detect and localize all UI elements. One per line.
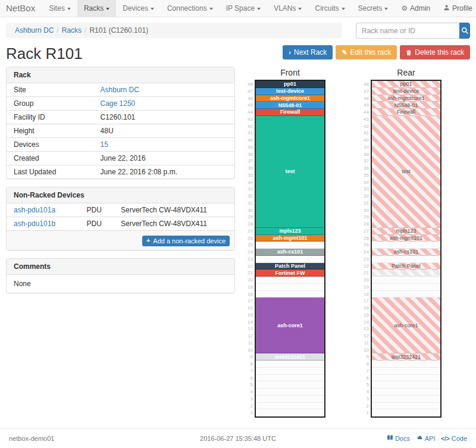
footer-link-docs[interactable]: Docs [387, 434, 410, 442]
nav-item-ip-space[interactable]: IP Space [220, 0, 267, 17]
device-block[interactable]: mpls123 [372, 228, 440, 235]
breadcrumb-separator: / [84, 26, 86, 35]
delete-rack-button[interactable]: Delete this rack [400, 45, 470, 59]
empty-unit [256, 277, 324, 284]
search-input[interactable] [356, 23, 459, 39]
left-column: Rack SiteAshburn DCGroupCage 1250Facilit… [6, 67, 235, 301]
nav-item-devices[interactable]: Devices [116, 0, 161, 17]
unit-number: 32 [245, 193, 255, 200]
empty-unit [256, 403, 324, 410]
attr-label: Created [7, 152, 93, 165]
device-block[interactable]: Patch Panel [256, 263, 324, 270]
unit-number: 17 [361, 297, 371, 305]
plus-icon: + [146, 237, 150, 244]
unit-number: 28 [361, 221, 371, 228]
breadcrumb-item[interactable]: Ashburn DC [15, 26, 54, 35]
nav-right: ⚙AdminProfileLog out [394, 0, 476, 17]
device-link[interactable]: ash-pdu101b [14, 220, 55, 228]
delete-rack-label: Delete this rack [415, 48, 464, 57]
device-block[interactable]: N5548-01 [372, 102, 440, 109]
footer-link-code[interactable]: </>Code [441, 435, 467, 442]
breadcrumb-row: Ashburn DC/Racks/R101 (C1260.101) [6, 23, 470, 39]
main-content: Rack SiteAshburn DCGroupCage 1250Facilit… [0, 67, 476, 418]
nav-item-racks[interactable]: Racks [77, 0, 116, 17]
rack-elevations: Front 4847464544434241403938373635343332… [245, 67, 441, 418]
unit-number: 36 [361, 165, 371, 172]
device-block[interactable]: ash-core1 [256, 297, 324, 353]
nav-item-secrets[interactable]: Secrets [352, 0, 395, 17]
device-block[interactable]: test-device [372, 88, 440, 95]
device-block[interactable]: test-device [256, 88, 324, 95]
nav-item-circuits[interactable]: Circuits [308, 0, 351, 17]
device-block[interactable]: ash-cs101 [372, 249, 440, 256]
attr-label: Facility ID [7, 111, 93, 124]
nav-item-admin[interactable]: ⚙Admin [394, 0, 437, 17]
device-block[interactable]: test3232421 [372, 353, 440, 361]
nav-item-sites[interactable]: Sites [42, 0, 77, 17]
device-block[interactable]: Patch Panel [372, 263, 440, 270]
attr-label: Devices [7, 138, 93, 152]
attr-value-link[interactable]: 15 [101, 140, 108, 149]
edit-rack-button[interactable]: ✎ Edit this rack [336, 45, 397, 59]
nonracked-panel-title: Non-Racked Devices [7, 187, 234, 203]
unit-number: 5 [361, 381, 371, 389]
device-block[interactable]: ash-mgmtcore1 [256, 95, 324, 102]
brand-logo[interactable]: NetBox [0, 0, 42, 17]
page-footer: netbox-demo01 2016-06-27 15:35:48 UTC Do… [0, 428, 476, 447]
attr-value-link[interactable]: Ashburn DC [101, 86, 139, 94]
chevron-down-icon [67, 8, 71, 10]
code-icon: </> [441, 435, 449, 442]
chevron-right-icon: › [289, 49, 291, 56]
footer-link-label: API [425, 435, 436, 442]
unit-number: 1 [245, 409, 255, 416]
page-header: Rack R101 › Next Rack ✎ Edit this rack D… [6, 44, 470, 63]
device-block[interactable]: test3232421 [256, 353, 324, 361]
nav-right-label: Admin [410, 0, 430, 17]
search-button[interactable] [459, 23, 470, 39]
device-block[interactable]: ash-mgmtcore1 [372, 95, 440, 102]
footer-link-api[interactable]: API [416, 434, 436, 442]
unit-number: 30 [361, 207, 371, 214]
device-block[interactable]: mpls123 [256, 228, 324, 235]
table-row: GroupCage 1250 [7, 97, 234, 111]
device-block[interactable]: Fortinet FW [256, 270, 324, 277]
device-block[interactable]: test [372, 116, 440, 228]
device-block[interactable]: ash-core1 [372, 297, 440, 353]
nav-item-vlans[interactable]: VLANs [267, 0, 308, 17]
device-block[interactable]: test [256, 116, 324, 228]
device-block[interactable]: ash-cs101 [256, 249, 324, 256]
unit-number: 44 [361, 109, 371, 116]
unit-number: 28 [245, 221, 255, 228]
add-nonracked-device-button[interactable]: + Add a non-racked device [142, 236, 230, 246]
breadcrumb-item[interactable]: Racks [62, 26, 82, 35]
attr-value: 15 [93, 138, 234, 152]
front-elevation: Front 4847464544434241403938373635343332… [245, 67, 325, 418]
empty-unit [256, 242, 324, 249]
nav-right-label: Profile [452, 0, 472, 17]
nav-item-profile[interactable]: Profile [437, 0, 476, 17]
empty-unit [372, 381, 440, 389]
unit-number: 37 [361, 158, 371, 165]
user-icon [443, 0, 450, 17]
device-block[interactable]: pp01 [256, 81, 324, 88]
attr-value-link[interactable]: Cage 1250 [101, 99, 136, 108]
nav-item-connections[interactable]: Connections [161, 0, 220, 17]
unit-number: 17 [245, 297, 255, 305]
device-block[interactable]: Firewall [372, 109, 440, 116]
device-block[interactable]: ash-mgmt101 [256, 235, 324, 242]
unit-number: 46 [245, 95, 255, 102]
empty-unit [372, 291, 440, 298]
footer-link-separator: · [410, 435, 416, 442]
search-icon [461, 27, 469, 35]
next-rack-button[interactable]: › Next Rack [283, 45, 333, 59]
attr-label: Height [7, 124, 93, 138]
device-block[interactable]: Firewall [256, 109, 324, 116]
device-link[interactable]: ash-pdu101a [14, 206, 55, 214]
unit-number: 12 [245, 333, 255, 340]
nav-items: SitesRacksDevicesConnectionsIP SpaceVLAN… [42, 0, 394, 17]
unit-number: 25 [245, 242, 255, 249]
device-block[interactable]: ash-mgmt101 [372, 235, 440, 242]
device-block[interactable]: N5548-01 [256, 102, 324, 109]
device-block[interactable]: pp01 [372, 81, 440, 88]
unit-number: 8 [245, 361, 255, 368]
